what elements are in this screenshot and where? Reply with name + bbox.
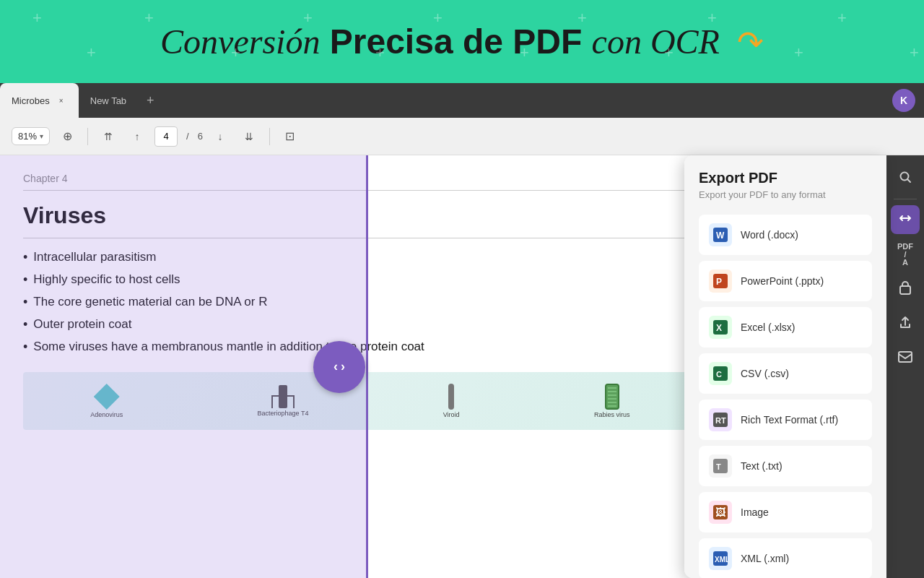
fit-page-icon: ⊡	[285, 129, 295, 143]
export-option-word[interactable]: W Word (.docx)	[699, 215, 872, 255]
export-panel-subtitle: Export your PDF to any format	[699, 189, 872, 200]
export-txt-label: Text (.txt)	[741, 460, 783, 472]
svg-rect-20	[900, 286, 910, 294]
last-page-button[interactable]: ⇊	[237, 125, 261, 148]
adenovirus-label: Adenovirus	[90, 411, 123, 418]
tab-microbes-label: Microbes	[12, 95, 50, 106]
plus-decoration: +	[837, 9, 847, 27]
banner-text-conversion: Conversión	[160, 22, 320, 61]
nav-arrows-button[interactable]: ‹ ›	[313, 341, 365, 393]
toolbar-divider-2	[269, 128, 270, 145]
svg-text:P: P	[716, 277, 722, 287]
zoom-in-button[interactable]: ⊕	[56, 125, 79, 148]
zoom-value: 81%	[18, 131, 37, 142]
share-icon	[898, 315, 912, 333]
zoom-control[interactable]: 81% ▾	[12, 127, 50, 145]
ppt-icon: P	[709, 269, 732, 293]
export-option-image[interactable]: 🖼 Image	[699, 492, 872, 532]
plus-decoration: +	[794, 43, 803, 62]
toolbar: 81% ▾ ⊕ ⇈ ↑ 4 / 6 ↓ ⇊ ⊡	[0, 118, 924, 155]
bacteriophage-figure: Bacteriophage T4	[258, 385, 309, 417]
toolbar-divider-1	[87, 128, 88, 145]
export-option-excel[interactable]: X Excel (.xlsx)	[699, 307, 872, 348]
mail-icon	[898, 351, 912, 366]
zoom-in-icon: ⊕	[63, 129, 72, 143]
adenovirus-icon	[94, 384, 120, 410]
next-page-button[interactable]: ↓	[209, 125, 232, 148]
protect-sidebar-button[interactable]	[891, 275, 920, 303]
excel-icon: X	[709, 316, 732, 339]
banner-text-con: con	[592, 22, 642, 61]
user-avatar[interactable]: K	[892, 89, 915, 112]
nav-left-arrow-icon: ‹	[334, 359, 338, 374]
rabies-icon	[605, 384, 619, 410]
sidebar-divider-1	[894, 199, 917, 199]
export-option-txt[interactable]: T Text (.txt)	[699, 446, 872, 486]
pdfa-sidebar-button[interactable]: PDF/A	[891, 240, 920, 269]
export-panel-title: Export PDF	[699, 170, 872, 186]
export-rtf-label: Rich Text Format (.rtf)	[741, 414, 838, 426]
bacteriophage-icon	[279, 385, 287, 408]
banner: + + + + + + + + + + + + + + Conversión P…	[0, 0, 924, 83]
prev-page-button[interactable]: ↑	[126, 125, 149, 148]
adenovirus-figure: Adenovirus	[90, 384, 123, 418]
svg-text:RT: RT	[715, 416, 726, 425]
export-csv-label: CSV (.csv)	[741, 368, 789, 379]
rabies-label: Rabies virus	[594, 411, 630, 418]
arrow-icon: ↷	[737, 24, 764, 61]
new-tab-button[interactable]: +	[138, 83, 163, 118]
convert-sidebar-button[interactable]	[891, 205, 920, 234]
main-area: Chapter 4 Viruses Intracellular parasiti…	[0, 155, 924, 578]
nav-right-arrow-icon: ›	[341, 359, 345, 374]
page-divider: /	[186, 131, 189, 142]
tab-new[interactable]: New Tab	[79, 83, 138, 118]
banner-headline: Conversión Precisa de PDF con OCR ↷	[160, 22, 764, 61]
csv-icon: C	[709, 362, 732, 385]
protect-icon	[899, 280, 912, 298]
tab-bar: Microbes × New Tab + K	[0, 83, 924, 118]
tab-microbes-close[interactable]: ×	[56, 95, 67, 106]
share-sidebar-button[interactable]	[891, 309, 920, 338]
plus-decoration: +	[87, 43, 96, 62]
plus-decoration: +	[144, 9, 154, 27]
banner-text-ocr: OCR	[642, 22, 720, 61]
right-sidebar: PDF/A	[886, 155, 924, 578]
convert-icon	[898, 211, 912, 229]
page-number-input[interactable]: 4	[154, 126, 178, 147]
pdfa-icon: PDF/A	[897, 243, 913, 267]
export-word-label: Word (.docx)	[741, 229, 798, 241]
last-page-icon: ⇊	[245, 131, 253, 142]
search-icon	[898, 170, 912, 188]
export-option-xml[interactable]: XML XML (.xml)	[699, 538, 872, 578]
export-xml-label: XML (.xml)	[741, 553, 789, 564]
svg-text:XML: XML	[715, 556, 728, 564]
rabies-figure: Rabies virus	[594, 384, 630, 418]
viroid-icon	[448, 384, 454, 410]
tab-new-label: New Tab	[90, 95, 126, 106]
word-icon: W	[709, 223, 732, 246]
mail-sidebar-button[interactable]	[891, 344, 920, 373]
svg-text:C: C	[716, 370, 722, 379]
page-total: 6	[198, 131, 203, 142]
export-ppt-label: PowerPoint (.pptx)	[741, 275, 824, 287]
export-option-powerpoint[interactable]: P PowerPoint (.pptx)	[699, 261, 872, 301]
export-option-csv[interactable]: C CSV (.csv)	[699, 353, 872, 394]
banner-text-precisa: Precisa de PDF	[320, 22, 591, 61]
rtf-icon: RT	[709, 408, 732, 431]
first-page-button[interactable]: ⇈	[97, 125, 120, 148]
svg-rect-21	[899, 352, 912, 362]
xml-icon: XML	[709, 547, 732, 570]
export-image-label: Image	[741, 506, 769, 518]
tab-microbes[interactable]: Microbes ×	[0, 83, 79, 118]
export-excel-label: Excel (.xlsx)	[741, 322, 795, 333]
export-option-rtf[interactable]: RT Rich Text Format (.rtf)	[699, 400, 872, 440]
zoom-chevron-icon: ▾	[40, 132, 43, 140]
fit-page-button[interactable]: ⊡	[279, 125, 302, 148]
export-panel: Export PDF Export your PDF to any format…	[684, 155, 886, 578]
next-page-icon: ↓	[217, 131, 222, 142]
search-sidebar-button[interactable]	[891, 164, 920, 193]
prev-page-icon: ↑	[135, 131, 140, 142]
plus-decoration: +	[32, 9, 42, 27]
image-icon: 🖼	[709, 501, 732, 524]
txt-icon: T	[709, 454, 732, 478]
